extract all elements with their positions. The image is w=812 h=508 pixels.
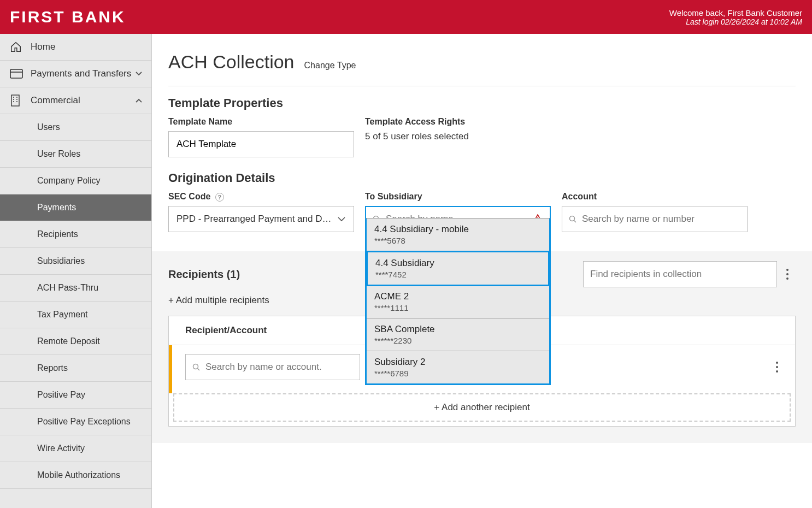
nav-commercial-label: Commercial: [26, 95, 135, 106]
template-name-input-wrapper: [168, 131, 354, 157]
subsidiary-option-name: Subsidiary 2: [374, 357, 542, 368]
nav-reports[interactable]: Reports: [0, 355, 151, 382]
nav-users[interactable]: Users: [0, 114, 151, 141]
chevron-down-icon: [135, 71, 143, 76]
template-name-label: Template Name: [168, 117, 354, 127]
nav-tax-payment-label: Tax Payment: [37, 310, 87, 320]
account-input[interactable]: [582, 214, 740, 225]
nav-ach-passthru-label: ACH Pass-Thru: [37, 283, 98, 293]
svg-point-15: [786, 269, 789, 271]
nav-positive-pay[interactable]: Positive Pay: [0, 382, 151, 409]
nav-company-policy-label: Company Policy: [37, 176, 101, 186]
main-content: ACH Collection Change Type Template Prop…: [152, 34, 812, 508]
bank-logo: FIRST BANK: [10, 8, 126, 26]
sec-code-select[interactable]: PPD - Prearranged Payment and Deposit: [168, 206, 354, 232]
subsidiary-option[interactable]: ACME 2 *****1111: [367, 286, 549, 318]
nav-payments-label: Payments: [37, 203, 76, 212]
account-search[interactable]: [562, 206, 748, 232]
nav-wire-activity[interactable]: Wire Activity: [0, 435, 151, 462]
svg-point-22: [776, 370, 778, 373]
nav-user-roles[interactable]: User Roles: [0, 141, 151, 168]
svg-line-19: [198, 369, 200, 371]
nav-payments[interactable]: Payments: [0, 194, 151, 221]
recipient-search-box[interactable]: [185, 354, 360, 380]
find-recipients-box[interactable]: [583, 261, 777, 287]
page-title: ACH Collection: [168, 51, 295, 73]
subsidiary-option-sub: *****6789: [374, 369, 542, 378]
svg-point-20: [776, 362, 778, 364]
nav-mobile-auth[interactable]: Mobile Authorizations: [0, 462, 151, 489]
svg-rect-2: [11, 95, 19, 106]
search-icon: [569, 215, 576, 223]
nav-reports-label: Reports: [37, 363, 68, 373]
subsidiary-option[interactable]: SBA Complete ******2230: [367, 318, 549, 351]
to-subsidiary-label: To Subsidiary: [365, 192, 551, 202]
sidebar: Home Payments and Transfers Commercial U…: [0, 34, 152, 508]
sec-code-value: PPD - Prearranged Payment and Deposit: [176, 214, 332, 225]
svg-point-16: [786, 273, 789, 275]
nav-payments-transfers[interactable]: Payments and Transfers: [0, 61, 151, 87]
nav-wire-activity-label: Wire Activity: [37, 444, 85, 453]
subsidiary-dropdown: 4.4 Subsidiary - mobile ****5678 4.4 Sub…: [365, 218, 551, 385]
welcome-text: Welcome back, First Bank Customer: [669, 8, 802, 17]
add-another-recipient-button[interactable]: + Add another recipient: [173, 393, 791, 422]
nav-subsidiaries-label: Subsidiaries: [37, 256, 85, 266]
top-header: FIRST BANK Welcome back, First Bank Cust…: [0, 0, 812, 34]
access-rights-label: Template Access Rights: [365, 117, 796, 127]
kebab-menu-icon[interactable]: [786, 268, 796, 280]
sec-code-label: SEC Code ?: [168, 192, 354, 202]
th-recipient-account: Recipient/Account: [185, 325, 393, 336]
svg-point-21: [776, 366, 778, 368]
svg-point-13: [570, 216, 575, 221]
subsidiary-option[interactable]: 4.4 Subsidiary - mobile ****5678: [367, 218, 549, 251]
template-name-input[interactable]: [176, 139, 346, 150]
subsidiary-option[interactable]: 4.4 Subsidiary ****7452: [366, 251, 550, 286]
nav-recipients[interactable]: Recipients: [0, 221, 151, 248]
nav-user-roles-label: User Roles: [37, 149, 80, 159]
nav-tax-payment[interactable]: Tax Payment: [0, 302, 151, 328]
card-icon: [10, 69, 26, 79]
nav-ach-passthru[interactable]: ACH Pass-Thru: [0, 275, 151, 302]
nav-home[interactable]: Home: [0, 34, 151, 61]
subsidiary-option[interactable]: Subsidiary 2 *****6789: [367, 351, 549, 383]
nav-commercial[interactable]: Commercial: [0, 87, 151, 114]
svg-line-14: [574, 221, 576, 223]
subsidiary-option-sub: *****1111: [374, 303, 542, 312]
nav-payments-transfers-label: Payments and Transfers: [26, 68, 135, 79]
nav-positive-pay-label: Positive Pay: [37, 390, 85, 400]
template-properties-heading: Template Properties: [168, 96, 796, 110]
subsidiary-option-name: SBA Complete: [374, 324, 542, 335]
change-type-link[interactable]: Change Type: [304, 61, 356, 70]
chevron-up-icon: [135, 98, 143, 103]
svg-point-18: [193, 364, 198, 369]
search-icon: [192, 363, 200, 371]
access-rights-text: 5 of 5 user roles selected: [365, 131, 796, 142]
svg-rect-0: [10, 69, 22, 78]
svg-point-17: [786, 277, 789, 280]
nav-remote-deposit-label: Remote Deposit: [37, 336, 100, 346]
find-recipients-input[interactable]: [590, 269, 770, 280]
nav-home-label: Home: [26, 42, 143, 52]
chevron-down-icon: [337, 216, 346, 222]
help-icon[interactable]: ?: [215, 193, 224, 202]
nav-remote-deposit[interactable]: Remote Deposit: [0, 328, 151, 355]
account-label: Account: [562, 192, 748, 202]
recipients-heading: Recipients (1): [168, 268, 240, 281]
nav-company-policy[interactable]: Company Policy: [0, 168, 151, 194]
subsidiary-option-sub: ****7452: [375, 270, 540, 279]
last-login-text: Last login 02/26/2024 at 10:02 AM: [669, 17, 802, 26]
subsidiary-option-name: ACME 2: [374, 291, 542, 302]
recipient-search-input[interactable]: [205, 362, 353, 373]
row-kebab-icon[interactable]: [775, 361, 785, 373]
subsidiary-option-name: 4.4 Subsidiary - mobile: [374, 224, 542, 235]
welcome-block: Welcome back, First Bank Customer Last l…: [669, 8, 802, 26]
subsidiary-option-sub: ******2230: [374, 336, 542, 345]
nav-users-label: Users: [37, 122, 60, 132]
nav-subsidiaries[interactable]: Subsidiaries: [0, 248, 151, 275]
nav-recipients-label: Recipients: [37, 229, 78, 239]
building-icon: [10, 94, 26, 107]
sec-code-label-text: SEC Code: [168, 192, 210, 201]
nav-mobile-auth-label: Mobile Authorizations: [37, 470, 120, 480]
nav-positive-pay-exceptions[interactable]: Positive Pay Exceptions: [0, 409, 151, 435]
nav-positive-pay-exceptions-label: Positive Pay Exceptions: [37, 417, 131, 427]
